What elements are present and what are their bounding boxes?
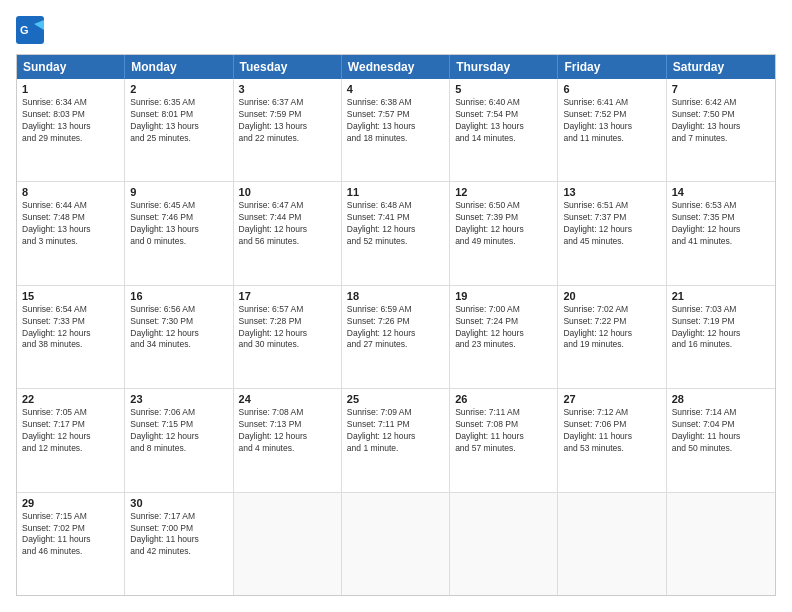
day-number: 13 — [563, 186, 660, 198]
day-info: Sunrise: 7:00 AM Sunset: 7:24 PM Dayligh… — [455, 304, 552, 352]
day-cell-19: 19Sunrise: 7:00 AM Sunset: 7:24 PM Dayli… — [450, 286, 558, 388]
day-info: Sunrise: 7:05 AM Sunset: 7:17 PM Dayligh… — [22, 407, 119, 455]
day-number: 1 — [22, 83, 119, 95]
day-number: 19 — [455, 290, 552, 302]
header-day-friday: Friday — [558, 55, 666, 79]
day-number: 14 — [672, 186, 770, 198]
day-info: Sunrise: 7:06 AM Sunset: 7:15 PM Dayligh… — [130, 407, 227, 455]
day-cell-13: 13Sunrise: 6:51 AM Sunset: 7:37 PM Dayli… — [558, 182, 666, 284]
day-number: 8 — [22, 186, 119, 198]
empty-cell — [667, 493, 775, 595]
empty-cell — [450, 493, 558, 595]
day-info: Sunrise: 7:02 AM Sunset: 7:22 PM Dayligh… — [563, 304, 660, 352]
day-cell-12: 12Sunrise: 6:50 AM Sunset: 7:39 PM Dayli… — [450, 182, 558, 284]
day-number: 11 — [347, 186, 444, 198]
day-info: Sunrise: 7:08 AM Sunset: 7:13 PM Dayligh… — [239, 407, 336, 455]
header-day-monday: Monday — [125, 55, 233, 79]
week-row-5: 29Sunrise: 7:15 AM Sunset: 7:02 PM Dayli… — [17, 493, 775, 595]
calendar: SundayMondayTuesdayWednesdayThursdayFrid… — [16, 54, 776, 596]
day-cell-9: 9Sunrise: 6:45 AM Sunset: 7:46 PM Daylig… — [125, 182, 233, 284]
week-row-2: 8Sunrise: 6:44 AM Sunset: 7:48 PM Daylig… — [17, 182, 775, 285]
day-info: Sunrise: 7:03 AM Sunset: 7:19 PM Dayligh… — [672, 304, 770, 352]
header-day-saturday: Saturday — [667, 55, 775, 79]
day-info: Sunrise: 7:09 AM Sunset: 7:11 PM Dayligh… — [347, 407, 444, 455]
day-number: 30 — [130, 497, 227, 509]
day-info: Sunrise: 6:35 AM Sunset: 8:01 PM Dayligh… — [130, 97, 227, 145]
day-number: 20 — [563, 290, 660, 302]
day-cell-16: 16Sunrise: 6:56 AM Sunset: 7:30 PM Dayli… — [125, 286, 233, 388]
day-cell-2: 2Sunrise: 6:35 AM Sunset: 8:01 PM Daylig… — [125, 79, 233, 181]
header-day-sunday: Sunday — [17, 55, 125, 79]
empty-cell — [234, 493, 342, 595]
calendar-header: SundayMondayTuesdayWednesdayThursdayFrid… — [17, 55, 775, 79]
day-cell-6: 6Sunrise: 6:41 AM Sunset: 7:52 PM Daylig… — [558, 79, 666, 181]
day-number: 16 — [130, 290, 227, 302]
day-cell-1: 1Sunrise: 6:34 AM Sunset: 8:03 PM Daylig… — [17, 79, 125, 181]
day-cell-10: 10Sunrise: 6:47 AM Sunset: 7:44 PM Dayli… — [234, 182, 342, 284]
week-row-3: 15Sunrise: 6:54 AM Sunset: 7:33 PM Dayli… — [17, 286, 775, 389]
day-number: 28 — [672, 393, 770, 405]
day-info: Sunrise: 7:12 AM Sunset: 7:06 PM Dayligh… — [563, 407, 660, 455]
day-number: 26 — [455, 393, 552, 405]
day-number: 15 — [22, 290, 119, 302]
day-cell-27: 27Sunrise: 7:12 AM Sunset: 7:06 PM Dayli… — [558, 389, 666, 491]
day-cell-30: 30Sunrise: 7:17 AM Sunset: 7:00 PM Dayli… — [125, 493, 233, 595]
day-number: 25 — [347, 393, 444, 405]
day-info: Sunrise: 6:38 AM Sunset: 7:57 PM Dayligh… — [347, 97, 444, 145]
day-number: 7 — [672, 83, 770, 95]
day-cell-26: 26Sunrise: 7:11 AM Sunset: 7:08 PM Dayli… — [450, 389, 558, 491]
day-cell-23: 23Sunrise: 7:06 AM Sunset: 7:15 PM Dayli… — [125, 389, 233, 491]
day-cell-8: 8Sunrise: 6:44 AM Sunset: 7:48 PM Daylig… — [17, 182, 125, 284]
day-info: Sunrise: 7:15 AM Sunset: 7:02 PM Dayligh… — [22, 511, 119, 559]
week-row-4: 22Sunrise: 7:05 AM Sunset: 7:17 PM Dayli… — [17, 389, 775, 492]
page: G SundayMondayTuesdayWednesdayThursdayFr… — [0, 0, 792, 612]
header-day-thursday: Thursday — [450, 55, 558, 79]
day-number: 3 — [239, 83, 336, 95]
day-info: Sunrise: 6:40 AM Sunset: 7:54 PM Dayligh… — [455, 97, 552, 145]
header: G — [16, 16, 776, 44]
day-info: Sunrise: 6:59 AM Sunset: 7:26 PM Dayligh… — [347, 304, 444, 352]
day-cell-21: 21Sunrise: 7:03 AM Sunset: 7:19 PM Dayli… — [667, 286, 775, 388]
day-info: Sunrise: 6:41 AM Sunset: 7:52 PM Dayligh… — [563, 97, 660, 145]
day-info: Sunrise: 7:14 AM Sunset: 7:04 PM Dayligh… — [672, 407, 770, 455]
day-number: 27 — [563, 393, 660, 405]
day-cell-17: 17Sunrise: 6:57 AM Sunset: 7:28 PM Dayli… — [234, 286, 342, 388]
day-number: 22 — [22, 393, 119, 405]
day-info: Sunrise: 6:54 AM Sunset: 7:33 PM Dayligh… — [22, 304, 119, 352]
header-day-wednesday: Wednesday — [342, 55, 450, 79]
day-info: Sunrise: 6:57 AM Sunset: 7:28 PM Dayligh… — [239, 304, 336, 352]
day-info: Sunrise: 6:34 AM Sunset: 8:03 PM Dayligh… — [22, 97, 119, 145]
day-number: 2 — [130, 83, 227, 95]
logo-icon: G — [16, 16, 44, 44]
day-cell-24: 24Sunrise: 7:08 AM Sunset: 7:13 PM Dayli… — [234, 389, 342, 491]
day-number: 29 — [22, 497, 119, 509]
day-number: 6 — [563, 83, 660, 95]
day-info: Sunrise: 6:53 AM Sunset: 7:35 PM Dayligh… — [672, 200, 770, 248]
day-number: 23 — [130, 393, 227, 405]
day-info: Sunrise: 7:11 AM Sunset: 7:08 PM Dayligh… — [455, 407, 552, 455]
day-cell-4: 4Sunrise: 6:38 AM Sunset: 7:57 PM Daylig… — [342, 79, 450, 181]
day-info: Sunrise: 6:50 AM Sunset: 7:39 PM Dayligh… — [455, 200, 552, 248]
day-cell-25: 25Sunrise: 7:09 AM Sunset: 7:11 PM Dayli… — [342, 389, 450, 491]
day-number: 12 — [455, 186, 552, 198]
day-info: Sunrise: 6:48 AM Sunset: 7:41 PM Dayligh… — [347, 200, 444, 248]
svg-text:G: G — [20, 24, 29, 36]
day-cell-7: 7Sunrise: 6:42 AM Sunset: 7:50 PM Daylig… — [667, 79, 775, 181]
day-cell-11: 11Sunrise: 6:48 AM Sunset: 7:41 PM Dayli… — [342, 182, 450, 284]
day-number: 4 — [347, 83, 444, 95]
day-cell-29: 29Sunrise: 7:15 AM Sunset: 7:02 PM Dayli… — [17, 493, 125, 595]
day-cell-5: 5Sunrise: 6:40 AM Sunset: 7:54 PM Daylig… — [450, 79, 558, 181]
day-info: Sunrise: 6:51 AM Sunset: 7:37 PM Dayligh… — [563, 200, 660, 248]
day-info: Sunrise: 6:42 AM Sunset: 7:50 PM Dayligh… — [672, 97, 770, 145]
day-number: 21 — [672, 290, 770, 302]
day-number: 10 — [239, 186, 336, 198]
day-number: 9 — [130, 186, 227, 198]
day-cell-14: 14Sunrise: 6:53 AM Sunset: 7:35 PM Dayli… — [667, 182, 775, 284]
day-cell-20: 20Sunrise: 7:02 AM Sunset: 7:22 PM Dayli… — [558, 286, 666, 388]
day-info: Sunrise: 7:17 AM Sunset: 7:00 PM Dayligh… — [130, 511, 227, 559]
calendar-body: 1Sunrise: 6:34 AM Sunset: 8:03 PM Daylig… — [17, 79, 775, 595]
header-day-tuesday: Tuesday — [234, 55, 342, 79]
day-info: Sunrise: 6:56 AM Sunset: 7:30 PM Dayligh… — [130, 304, 227, 352]
day-info: Sunrise: 6:44 AM Sunset: 7:48 PM Dayligh… — [22, 200, 119, 248]
day-number: 18 — [347, 290, 444, 302]
